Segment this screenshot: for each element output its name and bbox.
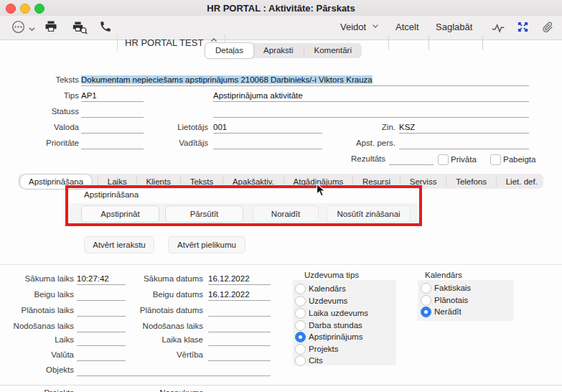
section-tab-telefons[interactable]: Telefons: [451, 174, 491, 189]
close-window-button[interactable]: [6, 4, 16, 14]
pabeigta-checkbox[interactable]: [490, 154, 501, 165]
section-tab-klients[interactable]: Klients: [141, 174, 175, 189]
radio-neradit-label: Nerādīt: [434, 307, 462, 316]
laiks-label: Laiks: [4, 335, 74, 344]
sakuma-datums-label: Sākuma datums: [133, 274, 203, 283]
laika-klase-field[interactable]: [208, 335, 271, 346]
create-menu-button[interactable]: Veidot: [340, 22, 379, 32]
atvert-ierakstu-button[interactable]: Atvērt ierakstu: [84, 236, 154, 253]
vertiba-field[interactable]: [208, 350, 271, 361]
chevron-down-icon[interactable]: [28, 23, 36, 34]
phone-icon[interactable]: [99, 20, 112, 33]
nodosanas-laiks-field[interactable]: [77, 321, 126, 332]
expand-arrows-icon[interactable]: [517, 21, 529, 33]
zin-label: Zin.: [331, 123, 395, 131]
chevron-down-icon: [372, 23, 379, 29]
beigu-laiks-field[interactable]: [77, 289, 126, 301]
lietotajs-field[interactable]: 001: [213, 122, 322, 134]
radio-cits[interactable]: [295, 355, 306, 366]
radio-apstiprinajums-label: Apstiprinājums: [309, 332, 362, 341]
beigu-datums-label: Beigu datums: [133, 290, 203, 299]
paperclip-icon[interactable]: [541, 21, 554, 34]
zoom-window-button[interactable]: [34, 4, 45, 14]
radio-apstiprinajums[interactable]: [295, 332, 306, 342]
divider: [0, 385, 562, 386]
section-tab-apaksaktiv[interactable]: Apakšaktiv.: [228, 174, 278, 189]
radio-projekts[interactable]: [295, 344, 306, 355]
radio-projekts-label: Projekts: [309, 345, 339, 353]
teksts-field[interactable]: Dokumentam nepieciešams apstiprinājums 2…: [81, 75, 529, 86]
tab-detalas[interactable]: Detaļas: [205, 42, 254, 59]
section-tab-liet-def[interactable]: Liet. def.: [502, 174, 542, 189]
apst-pers-label: Apst. pers.: [331, 139, 395, 147]
nosutit-zinasanai-button[interactable]: Nosūtīt zināšanai: [327, 205, 411, 223]
print-icon[interactable]: [44, 19, 58, 34]
statuss-label: Statuss: [14, 107, 79, 116]
radio-laika-uzdevums[interactable]: [295, 308, 306, 319]
toolbar: HR PORTAL TEST Veidot Atcelt Saglabāt: [0, 16, 562, 40]
tab-komentari[interactable]: Komentāri: [304, 43, 362, 58]
beigu-laiks-label: Beigu laiks: [4, 290, 74, 299]
objekts-field[interactable]: [77, 365, 271, 376]
window-options-icon[interactable]: [11, 19, 26, 34]
nodosanas-laiks2-field[interactable]: [208, 321, 271, 332]
radio-kalendars[interactable]: [295, 284, 306, 294]
sakuma-datums-field[interactable]: 16.12.2022: [208, 274, 271, 285]
task-type-title: Uzdevuma tips: [304, 271, 359, 279]
section-tab-teksts[interactable]: Teksts: [186, 174, 218, 189]
section-tab-laiks[interactable]: Laiks: [103, 174, 131, 189]
statuss-field[interactable]: [81, 106, 144, 118]
create-menu-label: Veidot: [340, 22, 366, 32]
planotais-laiks-field[interactable]: [77, 305, 126, 317]
section-tab-apstiprinasana[interactable]: Apstiprināšana: [19, 174, 93, 190]
prioritate-field[interactable]: [81, 138, 144, 149]
radio-planotais[interactable]: [421, 295, 431, 306]
section-tab-serviss[interactable]: Serviss: [406, 174, 441, 189]
section-tabs: Apstiprināšana Laiks Klients Teksts Apak…: [18, 174, 543, 189]
zin-field[interactable]: KSZ: [399, 122, 529, 134]
tab-divider: [284, 177, 284, 186]
objekts-label: Objekts: [4, 365, 74, 374]
section-tab-resursi[interactable]: Resursi: [358, 174, 395, 189]
valuta-field[interactable]: [77, 350, 126, 361]
radio-uzdevums-label: Uzdevums: [309, 297, 347, 305]
vaditajs-field[interactable]: [213, 138, 322, 149]
planotais-datums-field[interactable]: [208, 305, 271, 317]
app-window: HR PORTAL : Aktivitāte: Pārskats HR PORT…: [0, 0, 562, 392]
tab-apraksti[interactable]: Apraksti: [253, 43, 304, 58]
radio-neradit[interactable]: [421, 307, 431, 317]
rezultats-field[interactable]: [389, 154, 434, 165]
statuss-field-2[interactable]: [213, 106, 529, 118]
planotais-laiks-label: Plānotais laiks: [4, 306, 74, 314]
tips-description-field[interactable]: Apstiprinājuma aktivitāte: [213, 90, 529, 102]
noraidit-button[interactable]: Noraidīt: [253, 205, 319, 223]
view-tabs: Detaļas Apraksti Komentāri: [205, 43, 362, 58]
beigu-datums-field[interactable]: 16.12.2022: [208, 289, 271, 301]
privata-checkbox[interactable]: [438, 154, 449, 165]
atvert-pielikumu-button[interactable]: Atvērt pielikumu: [168, 236, 245, 253]
save-button[interactable]: Saglabāt: [436, 22, 472, 32]
sakuma-laiks-field[interactable]: 10:27:42: [77, 274, 126, 285]
minimize-window-button[interactable]: [20, 4, 30, 14]
privata-label: Privāta: [451, 155, 477, 164]
activity-icon[interactable]: [491, 22, 505, 34]
valoda-field[interactable]: [81, 122, 144, 134]
window-title: HR PORTAL : Aktivitāte: Pārskats: [0, 0, 562, 16]
print-preview-icon[interactable]: [71, 20, 88, 34]
radio-uzdevums[interactable]: [295, 296, 306, 307]
parsutit-button[interactable]: Pārsūtīt: [165, 205, 243, 223]
vertiba-label: Vērtība: [133, 350, 203, 359]
cancel-button[interactable]: Atcelt: [395, 22, 419, 32]
divider: [0, 264, 562, 265]
title-bar: HR PORTAL : Aktivitāte: Pārskats: [0, 0, 562, 16]
pabeigta-label: Pabeigta: [503, 155, 535, 164]
radio-darba-stundas[interactable]: [295, 320, 306, 331]
radio-faktiskais[interactable]: [421, 283, 431, 294]
layout-selector-label: HR PORTAL TEST: [125, 37, 203, 48]
tab-divider: [180, 177, 181, 186]
laiks-field[interactable]: [77, 335, 126, 346]
valuta-label: Valūta: [4, 350, 74, 359]
apst-pers-field[interactable]: [399, 138, 529, 149]
apstiprinat-button[interactable]: Apstiprināt: [81, 205, 159, 223]
tips-field[interactable]: AP1: [81, 90, 144, 102]
